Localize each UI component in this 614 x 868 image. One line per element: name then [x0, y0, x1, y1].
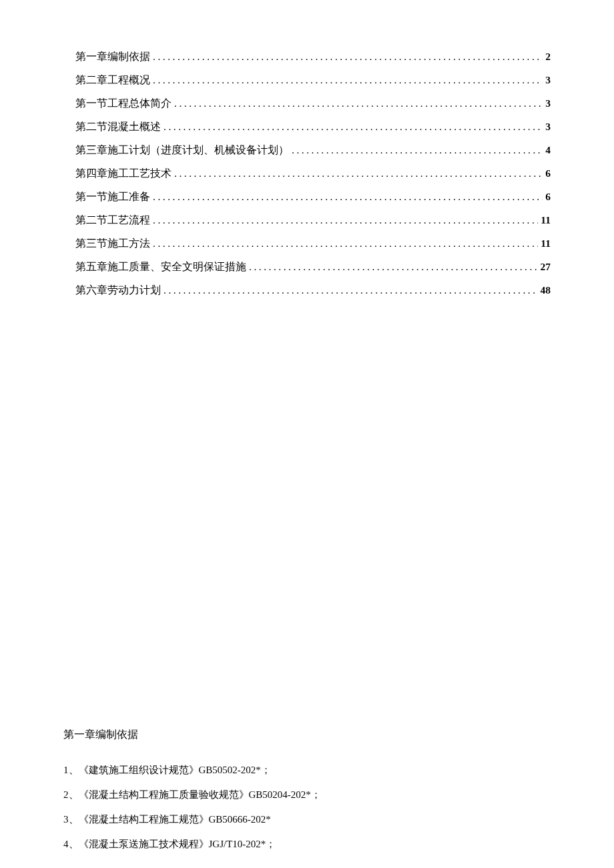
toc-page-number: 27 [541, 261, 551, 273]
reference-text-post: ； [311, 789, 321, 800]
reference-text-pre: 《混凝土泵送施工技术规程》 [79, 839, 209, 849]
toc-entry: 第一章编制依据 2 [63, 50, 551, 64]
reference-code: GB50666-202* [209, 814, 271, 825]
reference-number: 3 [63, 814, 69, 825]
toc-page-number: 3 [545, 121, 551, 133]
toc-leader-dots [164, 121, 543, 133]
toc-entry: 第一节工程总体简介 3 [63, 97, 551, 111]
toc-page-number: 11 [541, 238, 551, 250]
toc-leader-dots [292, 144, 543, 156]
toc-page-number: 48 [541, 284, 551, 296]
reference-number: 1 [63, 765, 69, 775]
toc-entry: 第五章施工质量、安全文明保证措施 27 [63, 260, 551, 274]
toc-title: 第五章施工质量、安全文明保证措施 [63, 260, 246, 274]
reference-item: 3、《混凝土结构工程施工规范》GB50666-202* [63, 813, 551, 827]
toc-entry: 第二章工程概况 3 [63, 73, 551, 87]
reference-item: 2、《混凝土结构工程施工质量验收规范》GB50204-202*； [63, 788, 551, 802]
toc-leader-dots [153, 74, 543, 86]
toc-title: 第三章施工计划（进度计划、机械设备计划） [63, 143, 289, 157]
reference-text-post: ； [266, 839, 276, 849]
reference-text-pre: 《混凝土结构工程施工规范》 [79, 814, 209, 825]
reference-number: 2 [63, 789, 69, 800]
reference-list: 1、《建筑施工组织设计规范》GB50502-202*； 2、《混凝土结构工程施工… [63, 763, 551, 851]
reference-separator: 、 [69, 789, 79, 800]
toc-leader-dots [249, 261, 538, 273]
toc-title: 第一节工程总体简介 [63, 97, 172, 111]
toc-title: 第六章劳动力计划 [63, 284, 161, 298]
reference-separator: 、 [69, 839, 79, 849]
toc-entry: 第一节施工准备 6 [63, 190, 551, 204]
reference-separator: 、 [69, 814, 79, 825]
toc-entry: 第四章施工工艺技术 6 [63, 167, 551, 181]
reference-code: GB50502-202* [199, 765, 261, 775]
reference-item: 1、《建筑施工组织设计规范》GB50502-202*； [63, 763, 551, 777]
toc-title: 第二节混凝土概述 [63, 120, 161, 134]
toc-entry: 第六章劳动力计划 48 [63, 284, 551, 298]
toc-leader-dots [164, 284, 538, 296]
toc-page-number: 6 [545, 191, 551, 203]
toc-page-number: 2 [545, 51, 551, 63]
toc-title: 第三节施工方法 [63, 237, 150, 251]
toc-entry: 第三节施工方法 11 [63, 237, 551, 251]
toc-leader-dots [153, 191, 543, 203]
reference-text-pre: 《建筑施工组织设计规范》 [79, 765, 199, 775]
toc-page-number: 4 [545, 144, 551, 156]
reference-text-post: ； [261, 765, 271, 775]
toc-page-number: 3 [545, 74, 551, 86]
toc-entry: 第二节混凝土概述 3 [63, 120, 551, 134]
toc-page-number: 6 [545, 167, 551, 179]
reference-item: 4、《混凝土泵送施工技术规程》JGJ/T10-202*； [63, 837, 551, 851]
toc-entry: 第三章施工计划（进度计划、机械设备计划） 4 [63, 143, 551, 157]
reference-code: JGJ/T10-202* [209, 839, 266, 849]
reference-number: 4 [63, 839, 69, 849]
toc-page-number: 3 [545, 97, 551, 109]
toc-leader-dots [174, 97, 543, 109]
reference-separator: 、 [69, 765, 79, 775]
reference-code: GB50204-202* [249, 789, 311, 800]
toc-leader-dots [153, 214, 538, 226]
toc-page-number: 11 [541, 214, 551, 226]
toc-title: 第一节施工准备 [63, 190, 150, 204]
toc-title: 第一章编制依据 [63, 50, 150, 64]
toc-title: 第二节工艺流程 [63, 213, 150, 228]
reference-text-pre: 《混凝土结构工程施工质量验收规范》 [79, 789, 249, 800]
table-of-contents: 第一章编制依据 2 第二章工程概况 3 第一节工程总体简介 3 第二节混凝土概述… [63, 50, 551, 298]
toc-entry: 第二节工艺流程 11 [63, 213, 551, 228]
chapter-heading: 第一章编制依据 [63, 728, 551, 742]
toc-leader-dots [174, 167, 543, 179]
toc-title: 第四章施工工艺技术 [63, 167, 172, 181]
toc-leader-dots [153, 238, 538, 250]
toc-title: 第二章工程概况 [63, 73, 150, 87]
toc-leader-dots [153, 51, 543, 63]
